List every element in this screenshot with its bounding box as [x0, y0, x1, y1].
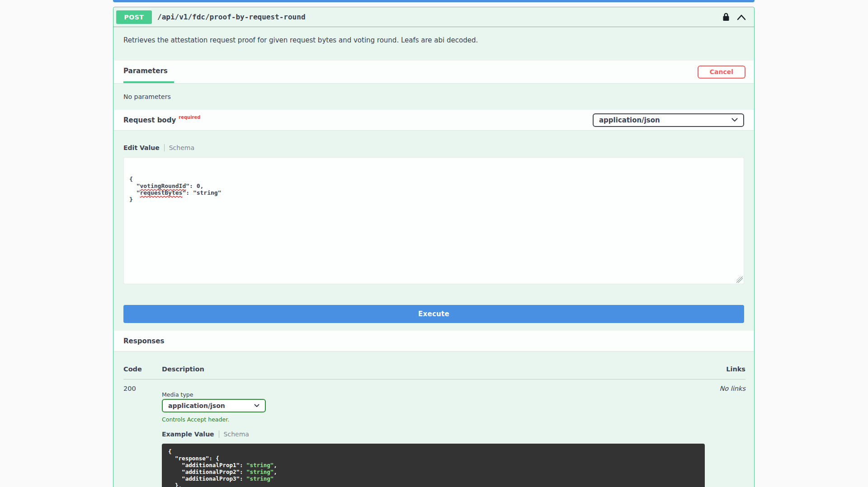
cancel-button[interactable]: Cancel: [698, 66, 745, 79]
api-endpoint-panel: POST /api/v1/fdc/proof-by-request-round: [113, 7, 755, 487]
responses-section-header: Responses: [113, 331, 754, 351]
response-links: No links: [705, 385, 745, 392]
column-description: Description: [162, 365, 705, 373]
chevron-up-icon: [736, 14, 746, 20]
spacer: [113, 323, 754, 331]
tab-parameters[interactable]: Parameters: [123, 61, 174, 83]
tab-divider: [219, 431, 219, 438]
tab-schema[interactable]: Schema: [169, 144, 194, 151]
lock-icon: [722, 12, 730, 22]
responses-table: Code Description Links 200 Media type ap…: [113, 351, 754, 487]
column-links: Links: [705, 365, 745, 373]
response-description-cell: Media type application/json Controls Acc…: [162, 385, 705, 487]
responses-table-header: Code Description Links: [123, 365, 745, 379]
accept-header-note: Controls Accept header.: [162, 416, 705, 423]
example-tabs: Example Value Schema: [162, 430, 705, 438]
response-media-type-select[interactable]: application/json: [162, 399, 266, 412]
chevron-down-icon: [731, 118, 738, 122]
endpoint-path: /api/v1/fdc/proof-by-request-round: [157, 13, 306, 21]
media-type-label: Media type: [162, 391, 705, 398]
tab-edit-value[interactable]: Edit Value: [123, 144, 160, 151]
method-badge: POST: [116, 10, 152, 24]
response-row-200: 200 Media type application/json Controls…: [123, 385, 745, 487]
authorize-lock-button[interactable]: [722, 12, 730, 22]
no-parameters-message: No parameters: [113, 83, 754, 110]
previous-opblock-edge: [113, 0, 755, 2]
execute-button[interactable]: Execute: [123, 305, 744, 323]
column-code: Code: [123, 365, 162, 373]
response-media-type-value: application/json: [168, 402, 225, 409]
swagger-page: POST /api/v1/fdc/proof-by-request-round: [113, 0, 755, 487]
resize-handle[interactable]: [736, 276, 743, 283]
endpoint-description: Retrieves the attestation request proof …: [113, 27, 754, 61]
request-media-type-value: application/json: [599, 116, 660, 124]
responses-title: Responses: [123, 337, 164, 345]
request-body-title: Request body: [123, 116, 176, 124]
example-response-code-block: { "response": { "additionalProp1": "stri…: [162, 444, 705, 487]
request-body-editor[interactable]: { "votingRoundId": 0, "requestBytes": "s…: [123, 157, 744, 284]
tab-divider: [164, 144, 165, 151]
request-body-title-wrap: Request bodyrequired: [123, 116, 201, 124]
collapse-button[interactable]: [736, 14, 746, 20]
header-spacer: [174, 61, 698, 83]
tab-response-schema[interactable]: Schema: [224, 431, 249, 438]
opblock-summary[interactable]: POST /api/v1/fdc/proof-by-request-round: [113, 7, 754, 27]
body-editor-tabs: Edit Value Schema: [123, 144, 744, 152]
tab-example-value[interactable]: Example Value: [162, 431, 214, 438]
request-body-section-header: Request bodyrequired application/json: [113, 110, 754, 130]
chevron-down-icon: [254, 404, 259, 407]
request-media-type-select[interactable]: application/json: [593, 113, 744, 127]
response-code: 200: [123, 385, 162, 392]
required-flag: required: [179, 115, 200, 120]
parameters-section-header: Parameters Cancel: [113, 61, 754, 83]
